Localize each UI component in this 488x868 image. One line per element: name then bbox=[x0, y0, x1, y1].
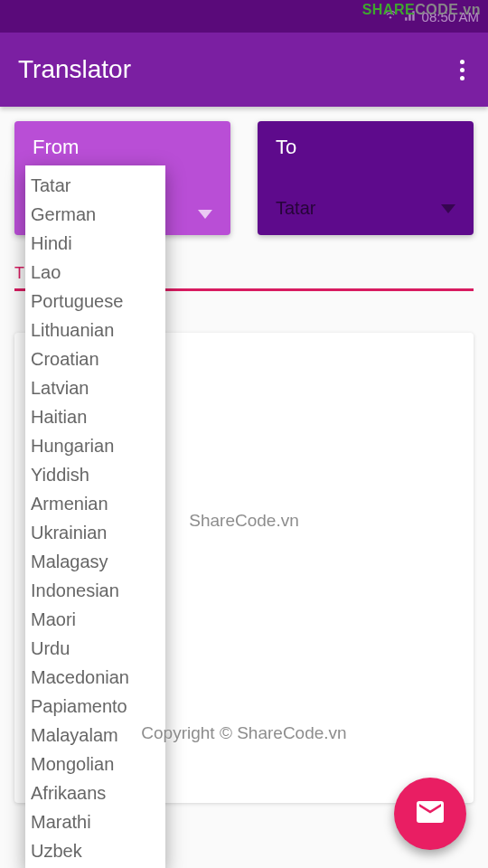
to-value: Tatar bbox=[276, 198, 315, 219]
dropdown-item[interactable]: Indonesian bbox=[25, 576, 165, 605]
mail-icon bbox=[414, 796, 446, 832]
watermark-logo: SHARECODE.vn bbox=[362, 2, 481, 18]
dropdown-item[interactable]: Hungarian bbox=[25, 431, 165, 460]
dropdown-item[interactable]: Mongolian bbox=[25, 750, 165, 778]
dropdown-item[interactable]: Malagasy bbox=[25, 547, 165, 576]
status-bar: 08:50 AM SHARECODE.vn bbox=[0, 0, 488, 33]
dropdown-item[interactable]: Urdu bbox=[25, 634, 165, 663]
dropdown-item[interactable]: Marathi bbox=[25, 807, 165, 836]
from-language-dropdown[interactable]: TatarGermanHindiLaoPortugueseLithuanianC… bbox=[25, 165, 165, 868]
content-area: From To Tatar T TatarGermanHindiLaoPortu… bbox=[0, 107, 488, 868]
dropdown-item[interactable]: Maori bbox=[25, 605, 165, 634]
dropdown-item[interactable]: Afrikaans bbox=[25, 778, 165, 807]
dropdown-item[interactable]: German bbox=[25, 200, 165, 229]
dropdown-item[interactable]: Latvian bbox=[25, 373, 165, 402]
dropdown-item[interactable]: Portuguese bbox=[25, 287, 165, 316]
dropdown-item[interactable]: Malayalam bbox=[25, 721, 165, 750]
dropdown-item[interactable]: Haitian bbox=[25, 402, 165, 431]
dropdown-item[interactable]: Armenian bbox=[25, 489, 165, 518]
dropdown-item[interactable]: Lithuanian bbox=[25, 316, 165, 344]
from-label: From bbox=[33, 136, 212, 159]
send-fab[interactable] bbox=[394, 778, 466, 850]
chevron-down-icon bbox=[441, 204, 455, 213]
dropdown-item[interactable]: Yiddish bbox=[25, 460, 165, 489]
page-title: Translator bbox=[18, 55, 131, 84]
dropdown-item[interactable]: Macedonian bbox=[25, 663, 165, 692]
dropdown-item[interactable]: Papiamento bbox=[25, 692, 165, 721]
chevron-down-icon bbox=[198, 210, 212, 219]
input-hint: T bbox=[14, 264, 24, 282]
dropdown-item[interactable]: Lao bbox=[25, 258, 165, 287]
dropdown-item[interactable]: Croatian bbox=[25, 344, 165, 373]
dropdown-item[interactable]: Tatar bbox=[25, 171, 165, 200]
to-label: To bbox=[276, 136, 455, 159]
dropdown-item[interactable]: Hindi bbox=[25, 229, 165, 258]
dropdown-item[interactable]: Uzbek bbox=[25, 836, 165, 865]
dropdown-item[interactable]: Ukrainian bbox=[25, 518, 165, 547]
to-language-card[interactable]: To Tatar bbox=[258, 121, 474, 235]
more-options-button[interactable] bbox=[455, 54, 470, 86]
app-bar: Translator bbox=[0, 33, 488, 107]
